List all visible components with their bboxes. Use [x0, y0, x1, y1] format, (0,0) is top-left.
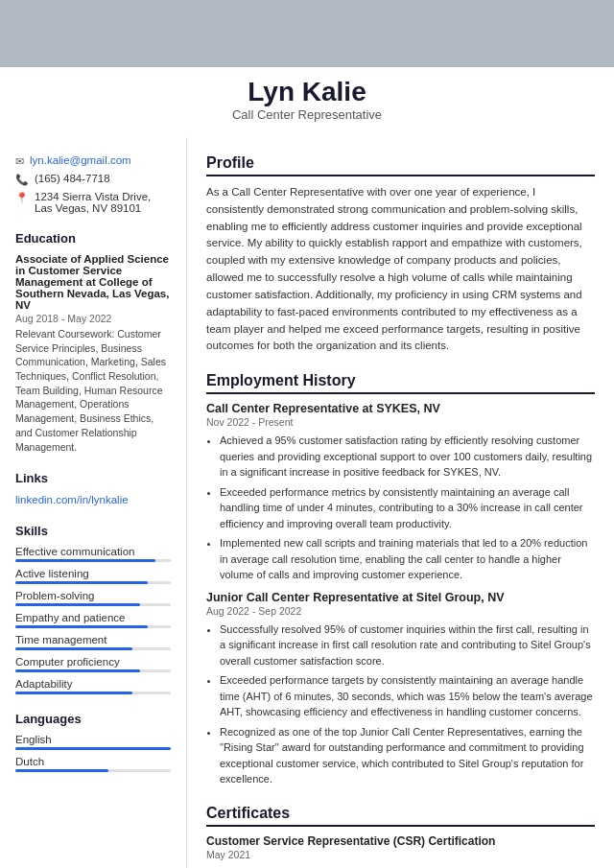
header: Lyn Kalie Call Center Representative [0, 67, 614, 137]
lang-dutch: Dutch [15, 756, 171, 772]
candidate-name: Lyn Kalie [0, 77, 614, 107]
links-label: Links [15, 471, 171, 485]
header-background [0, 0, 614, 67]
contact-section: ✉ lyn.kalie@gmail.com 📞 (165) 484-7718 📍… [15, 154, 171, 214]
coursework-label: Relevant Coursework: [15, 328, 114, 340]
bullet-item: Achieved a 95% customer satisfaction rat… [220, 433, 595, 481]
education-section: Education Associate of Applied Science i… [15, 231, 171, 454]
cert-csr-title: Customer Service Representative (CSR) Ce… [206, 834, 595, 848]
links-section: Links linkedin.com/in/lynkalie [15, 471, 171, 506]
job-sykes-title: Call Center Representative at SYKES, NV [206, 402, 595, 415]
skills-section: Skills Effective communication Active li… [15, 524, 171, 694]
cert-csr: Customer Service Representative (CSR) Ce… [206, 834, 595, 860]
job-sykes: Call Center Representative at SYKES, NV … [206, 402, 595, 583]
certificates-heading: Certificates [206, 805, 595, 827]
linkedin-item: linkedin.com/in/lynkalie [15, 493, 171, 506]
bullet-item: Successfully resolved 95% of customer in… [220, 622, 595, 669]
phone-text: (165) 484-7718 [35, 173, 110, 184]
profile-heading: Profile [206, 154, 595, 176]
employment-section: Employment History Call Center Represent… [206, 372, 595, 787]
contact-address: 📍 1234 Sierra Vista Drive, Las Vegas, NV… [15, 191, 171, 214]
job-sitel-bullets: Successfully resolved 95% of customer in… [206, 622, 595, 787]
job-sitel: Junior Call Center Representative at Sit… [206, 591, 595, 787]
email-link[interactable]: lyn.kalie@gmail.com [30, 154, 131, 166]
bullet-item: Implemented new call scripts and trainin… [220, 535, 595, 583]
bullet-item: Exceeded performance metrics by consiste… [220, 484, 595, 532]
skills-label: Skills [15, 524, 171, 538]
contact-email: ✉ lyn.kalie@gmail.com [15, 154, 171, 168]
edu-date: Aug 2018 - May 2022 [15, 313, 171, 324]
skill-empathy-patience: Empathy and patience [15, 612, 171, 628]
bullet-item: Recognized as one of the top Junior Call… [220, 724, 595, 787]
edu-degree: Associate of Applied Science in Customer… [15, 253, 171, 311]
profile-text: As a Call Center Representative with ove… [206, 184, 595, 355]
job-sitel-title: Junior Call Center Representative at Sit… [206, 591, 595, 604]
skill-problem-solving: Problem-solving [15, 590, 171, 606]
edu-coursework: Relevant Coursework: Customer Service Pr… [15, 327, 171, 454]
sidebar: ✉ lyn.kalie@gmail.com 📞 (165) 484-7718 📍… [0, 137, 187, 868]
coursework-text: Customer Service Principles, Business Co… [15, 328, 166, 453]
address-text: 1234 Sierra Vista Drive, Las Vegas, NV 8… [35, 191, 171, 214]
languages-label: Languages [15, 712, 171, 726]
linkedin-link[interactable]: linkedin.com/in/lynkalie [15, 494, 129, 505]
employment-heading: Employment History [206, 372, 595, 394]
email-icon: ✉ [15, 155, 24, 168]
phone-icon: 📞 [15, 174, 29, 186]
contact-phone: 📞 (165) 484-7718 [15, 173, 171, 186]
skill-active-listening: Active listening [15, 568, 171, 584]
skill-effective-communication: Effective communication [15, 546, 171, 562]
bullet-item: Exceeded performance targets by consiste… [220, 672, 595, 720]
main-content: Profile As a Call Center Representative … [187, 137, 614, 868]
skill-time-management: Time management [15, 634, 171, 650]
profile-section: Profile As a Call Center Representative … [206, 154, 595, 355]
candidate-title: Call Center Representative [0, 107, 614, 122]
skill-computer-proficiency: Computer proficiency [15, 656, 171, 672]
languages-section: Languages English Dutch [15, 712, 171, 772]
job-sitel-date: Aug 2022 - Sep 2022 [206, 605, 595, 617]
job-sykes-bullets: Achieved a 95% customer satisfaction rat… [206, 433, 595, 583]
lang-english: English [15, 734, 171, 750]
certificates-section: Certificates Customer Service Representa… [206, 805, 595, 868]
job-sykes-date: Nov 2022 - Present [206, 416, 595, 428]
education-label: Education [15, 231, 171, 246]
cert-csr-date: May 2021 [206, 849, 595, 860]
location-icon: 📍 [15, 192, 29, 204]
skill-adaptability: Adaptability [15, 678, 171, 694]
main-layout: ✉ lyn.kalie@gmail.com 📞 (165) 484-7718 📍… [0, 137, 614, 868]
